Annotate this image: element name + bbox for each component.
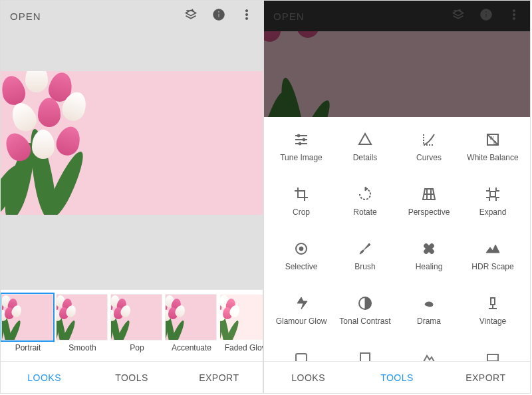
topbar: OPEN <box>1 1 263 31</box>
background-image <box>264 31 530 117</box>
bottom-nav: LOOKS TOOLS EXPORT <box>264 361 530 393</box>
tune-icon <box>293 132 309 148</box>
selective-icon <box>293 241 309 257</box>
nav-export[interactable]: EXPORT <box>176 362 263 393</box>
tool-hdr-scape[interactable]: HDR Scape <box>461 233 525 287</box>
screen-tools: OPEN Tune Image Det <box>263 0 531 394</box>
more-icon[interactable] <box>240 8 253 24</box>
tonal-icon <box>357 295 373 311</box>
look-item-pop[interactable]: Pop <box>110 294 164 361</box>
tool-expand[interactable]: Expand <box>461 178 525 233</box>
tool-label: Details <box>353 153 378 172</box>
svg-point-8 <box>485 11 487 13</box>
svg-point-4 <box>245 13 247 15</box>
svg-rect-7 <box>485 13 487 17</box>
nav-looks[interactable]: LOOKS <box>264 362 352 393</box>
tool-white-balance[interactable]: WB White Balance <box>461 124 525 178</box>
tool-label: Drama <box>417 317 441 335</box>
screen-looks: OPEN <box>0 0 263 394</box>
glamour-icon <box>293 295 309 311</box>
svg-point-11 <box>513 17 515 19</box>
tools-grid: Tune Image Details Curves WB White Balan… <box>264 117 530 361</box>
tools-panel: Tune Image Details Curves WB White Balan… <box>264 117 530 361</box>
brush-icon <box>357 241 373 257</box>
tool-vintage[interactable]: Vintage <box>461 287 525 342</box>
tool-label: White Balance <box>467 153 518 172</box>
more-icon[interactable] <box>507 8 521 24</box>
tool-more-1[interactable] <box>269 342 333 361</box>
tool-tune-image[interactable]: Tune Image <box>269 124 333 178</box>
topbar-actions <box>452 8 521 24</box>
edited-image <box>1 71 263 215</box>
look-item-portrait[interactable]: Portrait <box>1 294 55 361</box>
tool-tonal-contrast[interactable]: Tonal Contrast <box>333 287 397 342</box>
details-icon <box>357 132 373 148</box>
drama-icon <box>421 295 437 311</box>
svg-point-10 <box>513 13 515 15</box>
nav-tools[interactable]: TOOLS <box>88 362 175 393</box>
nav-tools[interactable]: TOOLS <box>352 362 441 393</box>
layers-icon[interactable] <box>184 8 198 24</box>
tool-label: Expand <box>479 207 507 226</box>
tool-label: Brush <box>354 262 375 281</box>
tool-brush[interactable]: Brush <box>333 233 397 287</box>
nav-export[interactable]: EXPORT <box>442 362 530 393</box>
svg-rect-26 <box>360 353 370 361</box>
svg-rect-1 <box>218 13 219 17</box>
tool-label: Crop <box>293 207 310 226</box>
curves-icon <box>421 132 437 148</box>
look-label: Faded Glow <box>219 343 263 352</box>
look-item-smooth[interactable]: Smooth <box>56 294 109 361</box>
vintage-icon <box>485 295 501 311</box>
info-icon[interactable] <box>479 8 493 24</box>
open-button[interactable]: OPEN <box>10 11 41 22</box>
canvas-gap <box>1 254 263 289</box>
layers-icon[interactable] <box>452 8 465 24</box>
tool-more-4[interactable] <box>461 342 525 361</box>
perspective-icon <box>421 186 437 202</box>
tool-selective[interactable]: Selective <box>269 233 333 287</box>
tool-perspective[interactable]: Perspective <box>397 178 461 233</box>
tool-label: Vintage <box>479 317 506 335</box>
tool-curves[interactable]: Curves <box>397 124 461 178</box>
svg-rect-27 <box>487 354 498 361</box>
look-label: Portrait <box>1 343 55 352</box>
tool-label: Tune Image <box>280 153 323 172</box>
look-label: Smooth <box>56 343 109 352</box>
svg-point-3 <box>245 10 247 12</box>
tool-details[interactable]: Details <box>333 124 397 178</box>
svg-point-13 <box>303 138 305 141</box>
look-item-accentuate[interactable]: Accentuate <box>165 294 218 361</box>
tool-crop[interactable]: Crop <box>269 178 333 233</box>
tool-more-3[interactable] <box>397 342 461 361</box>
tool-label: Rotate <box>353 207 376 226</box>
tool-rotate[interactable]: Rotate <box>333 178 397 233</box>
tool-label: Curves <box>416 153 442 172</box>
svg-point-5 <box>245 17 247 19</box>
nav-looks[interactable]: LOOKS <box>1 362 88 393</box>
healing-icon <box>421 241 437 257</box>
svg-rect-25 <box>296 354 307 361</box>
svg-text:W: W <box>489 136 494 140</box>
tool-drama[interactable]: Drama <box>397 287 461 342</box>
tool-healing[interactable]: Healing <box>397 233 461 287</box>
look-item-faded-glow[interactable]: Faded Glow <box>219 294 263 361</box>
white-balance-icon: WB <box>485 132 501 148</box>
look-label: Pop <box>110 343 164 352</box>
tool-label: Perspective <box>408 207 450 226</box>
tool-label: Tonal Contrast <box>339 317 390 335</box>
open-button[interactable]: OPEN <box>273 11 305 22</box>
tool-glamour-glow[interactable]: Glamour Glow <box>269 287 333 342</box>
svg-rect-24 <box>491 298 495 305</box>
looks-strip[interactable]: Portrait Smooth Pop Accentuat <box>1 289 263 361</box>
canvas-area[interactable] <box>1 31 263 254</box>
svg-point-2 <box>218 11 219 13</box>
tool-icon <box>485 350 501 361</box>
tool-icon <box>293 350 309 361</box>
svg-point-9 <box>513 10 515 12</box>
svg-point-14 <box>299 142 301 145</box>
info-icon[interactable] <box>212 8 225 24</box>
svg-rect-18 <box>490 192 495 197</box>
tool-label: Selective <box>285 262 318 281</box>
tool-more-2[interactable] <box>333 342 397 361</box>
